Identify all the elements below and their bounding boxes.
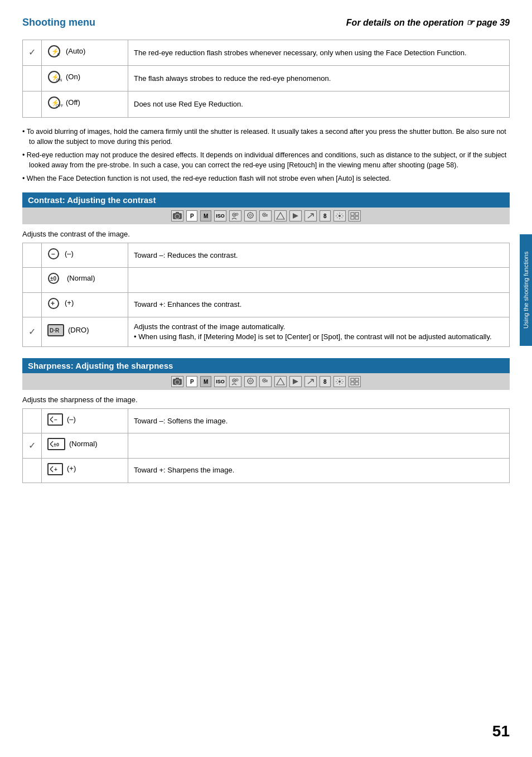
svg-rect-38 xyxy=(351,213,354,215)
svg-line-85 xyxy=(50,420,53,422)
svg-line-84 xyxy=(50,417,53,420)
mode-p: P xyxy=(186,210,197,221)
mode-triangle-2 xyxy=(274,376,287,387)
contrast-minus-icon: – (–) xyxy=(47,248,74,260)
desc-cell: Toward +: Sharpens the image. xyxy=(128,458,510,483)
page-reference: For details on the operation ☞ page 39 xyxy=(346,17,510,28)
svg-point-16 xyxy=(249,214,252,216)
svg-text:±0: ±0 xyxy=(54,442,59,447)
section-title: Shooting menu xyxy=(22,17,95,28)
mode-burst xyxy=(333,210,346,221)
svg-point-15 xyxy=(248,213,253,218)
svg-line-93 xyxy=(50,469,53,472)
svg-text:–: – xyxy=(51,250,55,258)
mode-p-2: P xyxy=(186,376,197,387)
contrast-table: – (–) Toward –: Reduces the contrast. ±0… xyxy=(22,243,510,347)
sharpness-adj-text: Adjusts the sharpness of the image. xyxy=(22,396,510,404)
check-cell xyxy=(23,268,42,292)
svg-text:A: A xyxy=(57,52,60,56)
check-cell: ✓ xyxy=(23,433,42,458)
desc-cell xyxy=(128,268,510,292)
svg-text:D·R: D·R xyxy=(50,327,60,334)
desc-cell xyxy=(128,433,510,458)
mode-m-2: M xyxy=(200,376,211,387)
table-row: + (+) Toward +: Enhances the contrast. xyxy=(23,292,510,317)
svg-text:ON: ON xyxy=(56,78,62,82)
check-mark: ✓ xyxy=(28,47,36,57)
note-item: To avoid blurring of images, hold the ca… xyxy=(22,127,510,147)
mode-iso-2: ISO xyxy=(214,376,226,387)
mode-scene3 xyxy=(304,210,317,221)
svg-line-67 xyxy=(308,379,313,384)
mode-scene2: 2 xyxy=(259,210,272,221)
mode-burst-2 xyxy=(333,376,346,387)
svg-marker-66 xyxy=(293,379,298,384)
desc-cell: Adjusts the contrast of the image automa… xyxy=(128,317,510,346)
flash-table: ✓ ⚡ A (Auto) The red-eye reduction flash… xyxy=(22,40,510,118)
icon-cell: + (+) xyxy=(42,292,128,317)
sharpness-table: – (–) Toward –: Softens the image. ✓ ±0 xyxy=(22,408,510,483)
table-row: ✓ ⚡ A (Auto) The red-eye reduction flash… xyxy=(23,40,510,66)
page-header: Shooting menu For details on the operati… xyxy=(22,17,510,28)
icon-cell: – (–) xyxy=(42,409,128,433)
flash-on-icon: ⚡ ON xyxy=(47,70,63,84)
sharpness-normal-icon: ±0 (Normal) xyxy=(47,438,98,450)
svg-rect-11 xyxy=(176,212,179,214)
icon-cell: ⚡ OFF (Off) xyxy=(42,91,128,117)
svg-line-34 xyxy=(337,214,338,215)
svg-text:2: 2 xyxy=(266,379,268,383)
mode-scene3-2 xyxy=(304,376,317,387)
mode-camera-2 xyxy=(171,376,183,387)
svg-point-22 xyxy=(264,214,265,215)
svg-rect-79 xyxy=(351,378,354,381)
notes-list: To avoid blurring of images, hold the ca… xyxy=(22,127,510,184)
sharpness-section-header: Sharpness: Adjusting the sharpness xyxy=(22,358,510,373)
check-cell xyxy=(23,458,42,483)
svg-text:+: + xyxy=(54,466,57,472)
svg-point-54 xyxy=(234,380,235,381)
mode-m: M xyxy=(200,210,211,221)
svg-point-55 xyxy=(236,379,238,381)
mode-8: 8 xyxy=(320,210,331,221)
svg-line-75 xyxy=(337,379,338,380)
desc-cell: Does not use Red Eye Reduction. xyxy=(128,91,510,117)
table-row: ⚡ ON (On) The flash always strobes to re… xyxy=(23,66,510,91)
svg-text:–: – xyxy=(54,417,57,423)
svg-line-89 xyxy=(50,444,53,447)
svg-point-70 xyxy=(338,380,341,383)
table-row: ✓ ±0 (Normal) xyxy=(23,433,510,458)
table-row: ±0 (Normal) xyxy=(23,268,510,292)
svg-rect-82 xyxy=(355,382,359,385)
svg-rect-41 xyxy=(355,216,359,219)
svg-line-37 xyxy=(337,218,338,219)
icon-cell: + (+) xyxy=(42,458,128,483)
svg-rect-39 xyxy=(355,213,359,215)
svg-marker-65 xyxy=(277,378,284,385)
mode-scene2-2: 2 xyxy=(259,376,272,387)
svg-point-56 xyxy=(248,378,253,384)
mode-icon-auto: ⚡ A (Auto) xyxy=(47,45,85,58)
dro-icon: D·R (DRO) xyxy=(47,324,89,336)
check-cell xyxy=(23,292,42,317)
check-cell xyxy=(23,91,42,117)
mode-iso: ISO xyxy=(214,210,226,221)
contrast-plus-icon: + (+) xyxy=(47,297,74,310)
svg-point-14 xyxy=(236,213,238,215)
desc-cell: The red-eye reduction flash strobes when… xyxy=(128,40,510,66)
mode-icon-off: ⚡ OFF (Off) xyxy=(47,96,80,109)
sharpness-minus-icon: – (–) xyxy=(47,413,76,426)
table-row: – (–) Toward –: Reduces the contrast. xyxy=(23,243,510,268)
desc-cell: The flash always strobes to reduce the r… xyxy=(128,66,510,91)
mode-movie xyxy=(289,210,302,221)
svg-marker-24 xyxy=(277,213,284,219)
note-item: Red-eye reduction may not produce the de… xyxy=(22,150,510,170)
contrast-section-header: Contrast: Adjusting the contrast xyxy=(22,192,510,208)
svg-text:OFF: OFF xyxy=(56,104,63,108)
icon-cell: D·R (DRO) xyxy=(42,317,128,346)
mode-face1 xyxy=(229,210,241,221)
svg-point-13 xyxy=(234,214,235,215)
svg-rect-52 xyxy=(176,378,179,379)
check-mark: ✓ xyxy=(28,441,36,450)
svg-line-76 xyxy=(341,383,342,384)
flash-off-icon: ⚡ OFF xyxy=(47,96,63,109)
